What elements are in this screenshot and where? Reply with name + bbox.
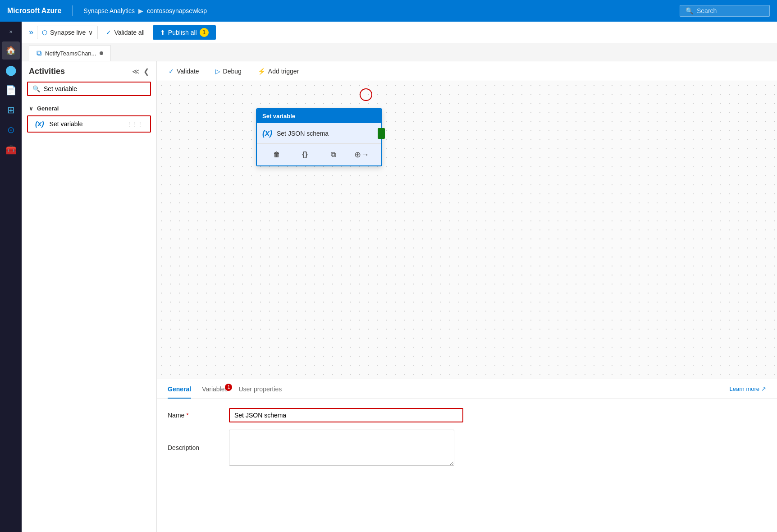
tab-user-properties[interactable]: User properties	[238, 380, 282, 398]
synapse-live-chevron: ∨	[88, 29, 93, 36]
breadcrumb-chevron: ▶	[138, 7, 143, 14]
code-icon: {}	[302, 151, 307, 159]
activities-search-box[interactable]: 🔍	[27, 82, 151, 96]
name-input[interactable]	[230, 409, 455, 422]
props-content: Name * Description	[157, 399, 777, 532]
content-area: » ⬡ Synapse live ∨ ✓ Validate all ⬆ Publ…	[22, 22, 777, 532]
pipeline-editor: Activities ≪ ❮ 🔍 ∨ General	[22, 61, 777, 532]
tab-bar: ⧉ NotifyTeamsChan...	[22, 43, 777, 61]
tab-variables[interactable]: Variables 1	[202, 380, 228, 398]
copy-icon: ⧉	[331, 151, 336, 159]
canvas-card-body-icon: (x)	[262, 128, 272, 138]
properties-panel: General Variables 1 User properties Lear…	[157, 379, 777, 532]
brand-name: Microsoft Azure	[7, 7, 61, 15]
breadcrumb-workspace[interactable]: contososynapsewksp	[147, 7, 207, 14]
name-input-wrapper[interactable]	[229, 408, 463, 422]
search-input[interactable]	[697, 7, 764, 14]
external-link-icon: ↗	[761, 385, 766, 392]
canvas-arrow-btn[interactable]: ⊕→	[355, 147, 369, 162]
activities-search-input[interactable]	[44, 85, 146, 92]
nav-divider	[72, 5, 73, 16]
secondary-toolbar: » ⬡ Synapse live ∨ ✓ Validate all ⬆ Publ…	[22, 22, 777, 43]
canvas-card-body[interactable]: (x) Set JSON schema	[257, 123, 381, 143]
canvas-card-connector[interactable]	[378, 128, 385, 139]
publish-icon: ⬆	[160, 29, 165, 36]
validate-all-label: Validate all	[114, 29, 144, 36]
sidebar-item-integrate[interactable]: ⊞	[2, 101, 20, 119]
description-label: Description	[168, 444, 222, 451]
trigger-icon: ⚡	[258, 68, 265, 75]
tab-modified-dot	[100, 51, 103, 55]
validate-all-button[interactable]: ✓ Validate all	[101, 26, 149, 39]
tab-user-properties-label: User properties	[238, 385, 282, 393]
validate-label: Validate	[177, 68, 199, 75]
add-trigger-button[interactable]: ⚡ Add trigger	[253, 65, 303, 78]
breadcrumb-synapse[interactable]: Synapse Analytics	[83, 7, 135, 14]
learn-more-label: Learn more	[730, 385, 759, 392]
sidebar-toggle[interactable]: »	[29, 28, 33, 37]
search-icon: 🔍	[686, 7, 693, 14]
publish-all-label: Publish all	[168, 29, 197, 36]
validate-all-icon: ✓	[106, 29, 111, 36]
delete-icon: 🗑	[273, 151, 280, 159]
sidebar-item-develop[interactable]: 📄	[2, 81, 20, 99]
sidebar-item-data[interactable]: ⬤	[2, 61, 20, 79]
collapse-panel-icon[interactable]: ❮	[143, 67, 149, 76]
synapse-live-button[interactable]: ⬡ Synapse live ∨	[37, 26, 98, 39]
category-label: General	[37, 105, 59, 112]
manage-icon: 🧰	[5, 144, 17, 155]
name-label: Name *	[168, 412, 222, 419]
sidebar-item-monitor[interactable]: ⊙	[2, 121, 20, 139]
tab-variables-label: Variables	[202, 385, 228, 393]
description-field-row: Description	[168, 430, 766, 466]
variables-badge: 1	[225, 384, 232, 391]
activity-set-variable[interactable]: (x) Set variable ⋮⋮⋮	[27, 115, 151, 133]
props-tabs: General Variables 1 User properties Lear…	[157, 379, 777, 399]
search-box[interactable]: 🔍	[680, 5, 770, 17]
pipeline-canvas[interactable]: Set variable (x) Set JSON schema 🗑	[157, 81, 777, 379]
debug-label: Debug	[223, 68, 242, 75]
category-general[interactable]: ∨ General	[22, 101, 156, 115]
canvas-code-btn[interactable]: {}	[298, 147, 312, 162]
canvas-card-header: Set variable	[257, 109, 381, 123]
collapse-icon[interactable]: ≪	[132, 67, 140, 76]
tab-general[interactable]: General	[168, 380, 191, 398]
canvas-card-actions: 🗑 {} ⧉ ⊕→	[257, 143, 381, 165]
activities-title: Activities	[29, 67, 65, 76]
validate-check-icon: ✓	[169, 68, 174, 75]
home-icon: 🏠	[6, 46, 16, 55]
pipeline-tab[interactable]: ⧉ NotifyTeamsChan...	[29, 45, 111, 61]
arrow-icon: ⊕→	[354, 150, 369, 160]
top-nav: Microsoft Azure Synapse Analytics ▶ cont…	[0, 0, 777, 22]
sidebar-item-home[interactable]: 🏠	[2, 41, 20, 60]
learn-more-link[interactable]: Learn more ↗	[730, 385, 766, 392]
database-icon: ⬤	[5, 64, 17, 76]
sidebar-item-manage[interactable]: 🧰	[2, 141, 20, 159]
canvas-delete-btn[interactable]: 🗑	[270, 147, 284, 162]
debug-button[interactable]: ▷ Debug	[211, 65, 246, 78]
canvas-card-title: Set variable	[262, 113, 295, 119]
description-input[interactable]	[229, 430, 454, 466]
category-chevron: ∨	[29, 105, 33, 112]
canvas-activity-card[interactable]: Set variable (x) Set JSON schema 🗑	[256, 108, 382, 166]
synapse-live-label: Synapse live	[50, 29, 86, 36]
canvas-copy-btn[interactable]: ⧉	[326, 147, 341, 162]
publish-all-button[interactable]: ⬆ Publish all 1	[153, 25, 216, 40]
activities-header: Activities ≪ ❮	[22, 61, 156, 82]
activities-search-icon: 🔍	[32, 85, 40, 92]
integrate-icon: ⊞	[7, 105, 15, 115]
canvas-red-circle	[360, 88, 372, 101]
canvas-toolbar: ✓ Validate ▷ Debug ⚡ Add trigger	[157, 61, 777, 81]
validate-button[interactable]: ✓ Validate	[164, 65, 204, 78]
name-field-row: Name *	[168, 408, 766, 422]
main-layout: » 🏠 ⬤ 📄 ⊞ ⊙ 🧰 » ⬡ Synapse live	[0, 22, 777, 532]
debug-play-icon: ▷	[215, 68, 220, 75]
drag-handle-icon: ⋮⋮⋮	[127, 121, 143, 127]
document-icon: 📄	[5, 85, 17, 96]
pipeline-tab-icon: ⧉	[37, 49, 41, 57]
synapse-live-icon: ⬡	[42, 29, 47, 36]
activities-panel: Activities ≪ ❮ 🔍 ∨ General	[22, 61, 157, 532]
tab-general-label: General	[168, 385, 191, 393]
sidebar-expand-btn[interactable]: »	[2, 25, 20, 38]
monitor-icon: ⊙	[7, 124, 15, 135]
